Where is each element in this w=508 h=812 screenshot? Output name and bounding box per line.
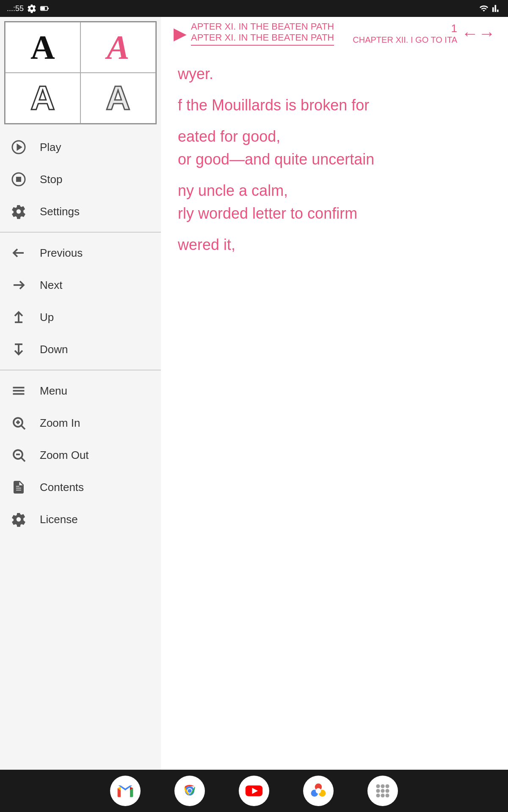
status-time: ...:55 <box>7 4 24 13</box>
arrow-down-icon <box>10 341 27 358</box>
license-icon <box>10 511 27 528</box>
svg-point-32 <box>376 784 380 788</box>
gear-icon <box>10 203 27 220</box>
chapter-info: APTER XI. IN THE BEATEN PATH APTER XI. I… <box>187 21 353 46</box>
down-menu-item[interactable]: Down <box>0 333 161 365</box>
contents-label: Contents <box>40 481 84 494</box>
book-line-1: wyer. <box>178 63 491 85</box>
youtube-app-icon[interactable] <box>239 776 269 806</box>
drawer: A A A A Play <box>0 17 161 770</box>
arrow-up-icon <box>10 309 27 326</box>
page-number: 1 <box>353 22 457 35</box>
book-line-5: ny uncle a calm,rly worded letter to con… <box>178 179 491 225</box>
svg-point-25 <box>188 789 191 793</box>
font-letter-3: A <box>30 81 55 115</box>
font-selector-grid: A A A A <box>4 21 157 124</box>
svg-line-21 <box>22 458 25 461</box>
status-left: ...:55 <box>7 4 49 13</box>
section-divider-1 <box>0 232 161 233</box>
tools-section: Menu Zoom In <box>0 372 161 538</box>
taskbar <box>0 770 508 812</box>
play-label: Play <box>40 141 61 154</box>
svg-point-33 <box>381 784 384 788</box>
svg-rect-2 <box>47 8 49 9</box>
stop-label: Stop <box>40 173 63 186</box>
book-prev-button[interactable]: ← <box>461 24 478 43</box>
book-play-button[interactable]: ▶ <box>174 24 187 43</box>
zoom-in-icon <box>10 414 27 431</box>
svg-point-38 <box>376 793 380 797</box>
zoom-in-label: Zoom In <box>40 417 80 430</box>
svg-line-17 <box>22 426 25 429</box>
svg-point-34 <box>385 784 389 788</box>
main-area: A A A A Play <box>0 17 508 770</box>
up-label: Up <box>40 311 54 324</box>
license-label: License <box>40 513 78 526</box>
svg-point-39 <box>381 793 384 797</box>
license-menu-item[interactable]: License <box>0 503 161 535</box>
photos-app-icon[interactable] <box>303 776 334 806</box>
hamburger-icon <box>10 382 27 399</box>
previous-label: Previous <box>40 247 83 260</box>
zoom-out-icon <box>10 447 27 464</box>
settings-menu-item[interactable]: Settings <box>0 195 161 228</box>
font-letter-4: A <box>106 81 130 115</box>
status-right <box>479 4 501 13</box>
font-option-2[interactable]: A <box>80 22 156 73</box>
book-nav-bar: ▶ APTER XI. IN THE BEATEN PATH APTER XI.… <box>161 17 508 50</box>
font-letter-1: A <box>30 30 55 64</box>
svg-marker-4 <box>17 145 21 150</box>
next-menu-item[interactable]: Next <box>0 269 161 301</box>
svg-point-31 <box>316 788 321 794</box>
book-content: ▶ APTER XI. IN THE BEATEN PATH APTER XI.… <box>161 17 508 770</box>
arrow-right-icon <box>10 277 27 294</box>
arrow-left-icon <box>10 244 27 261</box>
navigation-section: Previous Next <box>0 234 161 368</box>
chrome-app-icon[interactable] <box>174 776 205 806</box>
settings-status-icon <box>27 4 36 13</box>
next-label: Next <box>40 279 62 292</box>
section-divider-2 <box>0 370 161 370</box>
status-bar: ...:55 <box>0 0 508 17</box>
svg-point-37 <box>385 789 389 793</box>
wifi-icon <box>479 4 489 13</box>
next-chapter-title: CHAPTER XII. I GO TO ITA <box>353 35 457 44</box>
previous-menu-item[interactable]: Previous <box>0 237 161 269</box>
play-icon <box>10 139 27 156</box>
page-info: 1 CHAPTER XII. I GO TO ITA <box>353 22 461 45</box>
svg-rect-6 <box>17 178 21 181</box>
signal-icon <box>492 4 501 13</box>
zoom-in-menu-item[interactable]: Zoom In <box>0 407 161 439</box>
svg-point-35 <box>376 789 380 793</box>
contents-menu-item[interactable]: Contents <box>0 471 161 503</box>
menu-menu-item[interactable]: Menu <box>0 375 161 407</box>
menu-label: Menu <box>40 384 67 398</box>
apps-launcher-icon[interactable] <box>367 776 398 806</box>
chapter-subtitle: APTER XI. IN THE BEATEN PATH <box>191 32 334 46</box>
playback-section: Play Stop Settings <box>0 129 161 230</box>
font-option-1[interactable]: A <box>5 22 80 73</box>
up-menu-item[interactable]: Up <box>0 301 161 333</box>
zoom-out-label: Zoom Out <box>40 449 89 462</box>
play-menu-item[interactable]: Play <box>0 131 161 163</box>
contents-icon <box>10 479 27 496</box>
svg-point-40 <box>385 793 389 797</box>
zoom-out-menu-item[interactable]: Zoom Out <box>0 439 161 471</box>
battery-status-icon <box>40 4 49 13</box>
settings-label: Settings <box>40 205 80 218</box>
svg-point-36 <box>381 789 384 793</box>
book-line-6: wered it, <box>178 233 491 256</box>
font-option-3[interactable]: A <box>5 73 80 123</box>
font-option-4[interactable]: A <box>80 73 156 123</box>
book-next-button[interactable]: → <box>478 24 495 43</box>
font-letter-2: A <box>107 30 129 64</box>
gmail-app-icon[interactable] <box>110 776 141 806</box>
stop-icon <box>10 171 27 188</box>
stop-menu-item[interactable]: Stop <box>0 163 161 195</box>
book-line-2: f the Mouillards is broken for <box>178 94 491 117</box>
svg-rect-1 <box>41 7 45 10</box>
chapter-title: APTER XI. IN THE BEATEN PATH <box>191 21 334 32</box>
down-label: Down <box>40 343 68 356</box>
book-text-area: wyer. f the Mouillards is broken for eat… <box>161 50 508 277</box>
book-line-3: eated for good,or good—and quite uncerta… <box>178 125 491 171</box>
